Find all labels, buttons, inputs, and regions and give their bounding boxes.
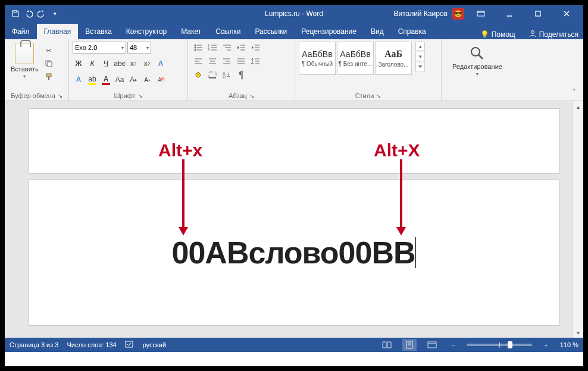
editing-label: Редактирование — [452, 63, 502, 70]
font-size-combo[interactable]: 48▾ — [127, 42, 151, 54]
share-button[interactable]: Поделиться — [539, 30, 578, 39]
user-name-label[interactable]: Виталий Каиров — [393, 10, 448, 18]
zoom-out-button[interactable]: − — [448, 341, 458, 348]
font-color-a-button[interactable]: A — [73, 74, 85, 86]
cut-icon[interactable]: ✂ — [43, 45, 54, 56]
dialog-launcher-icon[interactable]: ↘ — [138, 93, 143, 99]
word-count[interactable]: Число слов: 134 — [67, 341, 116, 348]
svg-point-18 — [195, 49, 196, 51]
close-icon[interactable] — [555, 5, 578, 23]
bullets-button[interactable] — [192, 42, 205, 54]
page-indicator[interactable]: Страница 3 из 3 — [10, 341, 58, 348]
user-avatar-icon[interactable]: 😎 — [452, 8, 464, 20]
scroll-down-icon[interactable]: ▾ — [573, 327, 583, 338]
justify-button[interactable] — [234, 55, 248, 67]
styles-gallery[interactable]: АаБбВв¶ Обычный АаБбВв¶ Без инте... АаБЗ… — [299, 42, 412, 75]
maximize-icon[interactable] — [526, 5, 550, 23]
styles-down-icon[interactable]: ▾ — [415, 52, 425, 61]
scroll-up-icon[interactable]: ▴ — [573, 101, 583, 112]
style-normal[interactable]: АаБбВв¶ Обычный — [299, 42, 336, 75]
zoom-level[interactable]: 110 % — [560, 341, 578, 348]
tab-insert[interactable]: Вставка — [78, 24, 119, 39]
minimize-icon[interactable] — [498, 5, 521, 23]
text-effects-button[interactable]: A — [155, 58, 167, 70]
read-mode-icon[interactable] — [380, 339, 394, 351]
change-case-button[interactable]: Aa — [114, 74, 126, 86]
increase-indent-button[interactable] — [249, 42, 262, 54]
collapse-ribbon-icon[interactable]: ˄ — [569, 86, 580, 97]
numbering-button[interactable]: 123 — [206, 42, 219, 54]
tab-home[interactable]: Главная — [37, 24, 79, 39]
align-left-button[interactable] — [192, 55, 205, 67]
shrink-font-button[interactable]: A▾ — [141, 74, 153, 86]
styles-up-icon[interactable]: ▴ — [415, 42, 425, 51]
editing-button[interactable]: Редактирование ▾ — [448, 42, 507, 80]
tab-view[interactable]: Вид — [364, 24, 391, 39]
copy-icon[interactable] — [43, 58, 54, 69]
zoom-slider[interactable] — [467, 344, 532, 346]
clear-formatting-button[interactable]: A — [155, 74, 167, 86]
style-heading[interactable]: АаБЗаголово... — [375, 42, 412, 75]
underline-button[interactable]: Ч — [100, 58, 112, 70]
shading-button[interactable] — [192, 69, 205, 81]
line-spacing-button[interactable] — [249, 55, 262, 67]
chevron-down-icon: ▾ — [23, 74, 26, 79]
page-previous[interactable] — [29, 108, 559, 174]
text-cursor — [415, 237, 416, 268]
svg-point-54 — [471, 48, 480, 56]
dialog-launcher-icon[interactable]: ↘ — [249, 93, 254, 99]
save-icon[interactable] — [11, 9, 20, 18]
tab-layout[interactable]: Макет — [174, 24, 208, 39]
italic-button[interactable]: К — [86, 58, 98, 70]
tab-design[interactable]: Конструктор — [119, 24, 174, 39]
dialog-launcher-icon[interactable]: ↘ — [376, 93, 381, 99]
web-layout-icon[interactable] — [425, 339, 439, 351]
show-marks-button[interactable]: ¶ — [234, 69, 248, 81]
tab-references[interactable]: Ссылки — [208, 24, 248, 39]
ribbon: Вставить ▾ ✂ Буфер обмена↘ Exo 2.0▾ 48▾ — [5, 39, 583, 101]
grow-font-button[interactable]: A▴ — [127, 74, 139, 86]
format-painter-icon[interactable] — [43, 71, 54, 82]
annotation-left: Alt+x — [158, 140, 202, 161]
subscript-button[interactable]: x2 — [127, 58, 139, 70]
borders-button[interactable] — [206, 69, 219, 81]
tab-mailings[interactable]: Рассылки — [248, 24, 294, 39]
ribbon-tabs: Файл Главная Вставка Конструктор Макет С… — [5, 23, 583, 39]
multilevel-list-button[interactable] — [220, 42, 233, 54]
tell-me-input[interactable]: Помощ — [492, 30, 515, 39]
proofing-icon[interactable] — [125, 340, 135, 350]
decrease-indent-button[interactable] — [234, 42, 248, 54]
tab-help[interactable]: Справка — [391, 24, 433, 39]
arrow-left-icon — [177, 159, 189, 235]
superscript-button[interactable]: x2 — [141, 58, 153, 70]
page-current[interactable]: 00ABслово00BB — [29, 180, 559, 326]
highlight-button[interactable]: ab — [86, 74, 98, 86]
svg-rect-62 — [428, 342, 436, 348]
styles-more-icon[interactable]: ⏷ — [415, 62, 425, 71]
ribbon-display-icon[interactable] — [469, 5, 493, 23]
strikethrough-button[interactable]: abc — [114, 58, 126, 70]
zoom-in-button[interactable]: + — [540, 341, 551, 348]
align-center-button[interactable] — [206, 55, 219, 67]
document-text: 00ABслово00BB — [172, 235, 415, 271]
print-layout-icon[interactable] — [402, 339, 417, 351]
language-indicator[interactable]: русский — [143, 341, 166, 348]
annotation-right: Alt+X — [374, 140, 420, 161]
tab-file[interactable]: Файл — [5, 24, 37, 39]
font-name-combo[interactable]: Exo 2.0▾ — [73, 42, 126, 54]
align-right-button[interactable] — [220, 55, 233, 67]
vertical-scrollbar[interactable]: ▴ ▾ — [573, 101, 583, 338]
dialog-launcher-icon[interactable]: ↘ — [58, 93, 62, 99]
qat-customize-icon[interactable]: ▾ — [50, 9, 60, 18]
font-color-button[interactable]: A — [100, 74, 112, 86]
group-editing: Редактирование ▾ — [442, 39, 513, 100]
paste-button[interactable]: Вставить ▾ — [8, 42, 41, 80]
style-no-spacing[interactable]: АаБбВв¶ Без инте... — [337, 42, 374, 75]
redo-icon[interactable] — [37, 9, 46, 18]
group-font-label: Шрифт — [114, 92, 135, 99]
sort-button[interactable]: AЯ — [220, 69, 233, 81]
tab-review[interactable]: Рецензирование — [294, 24, 364, 39]
undo-icon[interactable] — [24, 9, 33, 18]
bold-button[interactable]: Ж — [73, 58, 85, 70]
font-name-value: Exo 2.0 — [75, 44, 97, 51]
